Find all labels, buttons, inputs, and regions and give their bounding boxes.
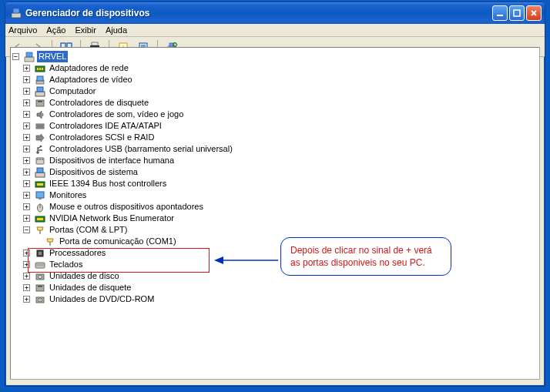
svg-rect-59 [38,286,42,287]
svg-rect-19 [25,57,34,62]
firewire-icon [34,178,46,190]
tree-item-ports[interactable]: −Portas (COM & LPT) [23,224,538,236]
menu-arquivo[interactable]: Arquivo [8,25,37,35]
expand-icon[interactable]: + [23,180,30,187]
expand-icon[interactable]: + [23,99,30,106]
menu-exibir[interactable]: Exibir [75,25,96,35]
app-icon [10,7,22,19]
tree-item[interactable]: +Controladores SCSI e RAID [23,132,538,143]
tree-item[interactable]: +Monitores [23,189,538,201]
svg-rect-44 [37,183,43,186]
ide-controller-icon [34,120,46,132]
tree-item[interactable]: +Adaptadores de vídeo [23,74,538,85]
expand-icon[interactable]: + [23,169,30,176]
network-adapter-icon [34,62,46,75]
sound-icon [34,109,46,121]
expand-icon[interactable]: + [23,88,30,95]
svg-rect-50 [37,218,43,220]
annotation-text-line2: as portas disponiveis no seu PC. [290,256,441,269]
svg-point-35 [40,145,42,147]
minimize-button[interactable] [492,5,508,21]
expand-icon[interactable]: + [23,250,30,256]
svg-rect-45 [36,192,44,198]
expand-icon[interactable]: + [23,284,30,291]
expand-icon[interactable]: + [23,203,30,210]
maximize-button[interactable] [509,5,525,21]
svg-rect-2 [497,15,503,16]
svg-rect-30 [38,101,42,102]
svg-rect-36 [41,149,42,151]
svg-rect-41 [35,173,45,177]
tree-label: Teclados [48,259,84,270]
device-manager-window: Gerenciador de dispositivos Arquivo Ação… [5,2,545,387]
collapse-icon[interactable]: − [23,226,30,233]
expand-icon[interactable]: + [23,122,30,129]
tree-panel[interactable]: − RRVEL +Adaptadores de rede +Adaptadore… [10,47,540,380]
menu-acao[interactable]: Ação [46,25,65,35]
collapse-icon[interactable]: − [12,53,19,60]
tree-item[interactable]: +Computador [23,85,538,97]
tree-root-row[interactable]: − RRVEL [12,51,538,62]
scsi-icon [34,132,46,144]
root-label[interactable]: RRVEL [37,51,68,62]
monitor-icon [34,189,46,202]
tree-item[interactable]: +Dispositivos de sistema [23,166,538,178]
keyboard-icon [34,259,46,271]
menu-ajuda[interactable]: Ajuda [106,25,127,35]
system-device-icon [34,166,46,179]
expand-icon[interactable]: + [23,65,30,72]
tree-item[interactable]: +Controladores IDE ATA/ATAPI [23,120,538,132]
floppy-drive-icon [34,282,46,294]
expand-icon[interactable]: + [23,134,30,141]
menu-bar: Arquivo Ação Exibir Ajuda [5,24,545,37]
tree-label: Processadores [48,247,107,259]
svg-rect-26 [37,76,43,81]
tree-item[interactable]: +Controladores de disquete [23,97,538,109]
expand-icon[interactable]: + [23,146,30,152]
ports-icon [34,224,46,236]
usb-icon [34,143,46,156]
svg-rect-39 [39,159,41,160]
svg-rect-31 [36,124,44,129]
tree-item[interactable]: +IEEE 1394 Bus host controllers [23,178,538,189]
tree-item[interactable]: +Dispositivos de interface humana [23,155,538,166]
tree-item[interactable]: +Controladores de som, vídeo e jogo [23,109,538,120]
device-tree: − RRVEL +Adaptadores de rede +Adaptadore… [11,48,539,308]
tree-item[interactable]: +Unidades de DVD/CD-ROM [23,293,538,305]
processor-icon [34,247,46,260]
tree-label: Controladores de disquete [48,97,150,109]
expand-icon[interactable]: + [23,296,30,303]
expand-icon[interactable]: + [23,157,30,164]
computer-icon [23,51,35,63]
svg-rect-20 [26,52,32,57]
expand-icon[interactable]: + [23,76,30,83]
tree-label: Adaptadores de rede [48,62,130,74]
title-bar[interactable]: Gerenciador de dispositivos [5,2,545,24]
svg-rect-52 [39,252,42,255]
expand-icon[interactable]: + [23,261,30,268]
tree-label: NVIDIA Network Bus Enumerator [48,213,176,224]
svg-point-57 [39,275,42,279]
tree-label: Dispositivos de interface humana [48,155,176,166]
svg-point-62 [39,299,41,300]
mouse-icon [34,201,46,213]
tree-item[interactable]: +Adaptadores de rede [23,62,538,74]
tree-item[interactable]: +Unidades de disco [23,270,538,282]
svg-rect-3 [514,10,520,16]
expand-icon[interactable]: + [23,215,30,222]
expand-icon[interactable]: + [23,192,30,199]
svg-rect-27 [35,92,45,96]
tree-item[interactable]: +Controladores USB (barramento serial un… [23,143,538,155]
expand-icon[interactable]: + [23,111,30,118]
svg-rect-46 [39,198,42,199]
tree-label: IEEE 1394 Bus host controllers [48,178,168,189]
tree-label: Controladores IDE ATA/ATAPI [48,120,163,132]
tree-item[interactable]: +NVIDIA Network Bus Enumerator [23,213,538,224]
close-button[interactable] [526,5,542,21]
tree-item[interactable]: +Unidades de disquete [23,282,538,293]
hid-icon [34,155,46,167]
expand-icon[interactable]: + [23,273,30,280]
tree-item[interactable]: +Mouse e outros dispositivos apontadores [23,201,538,213]
com-port-icon [44,236,56,248]
svg-rect-28 [37,87,43,92]
